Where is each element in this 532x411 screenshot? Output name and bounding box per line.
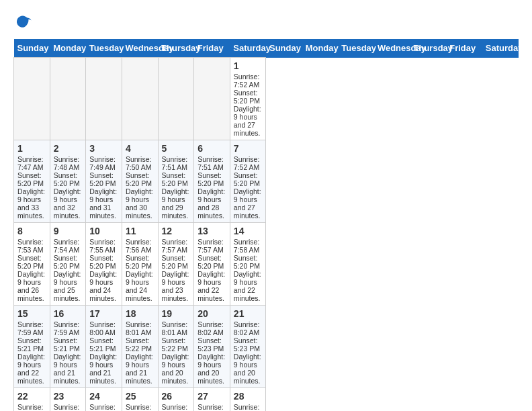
daylight-hours: Daylight: 9 hours and 21 minutes. bbox=[89, 353, 117, 385]
daylight-hours: Daylight: 9 hours and 28 minutes. bbox=[197, 187, 225, 220]
sunrise-time: Sunrise: 7:52 AM bbox=[234, 155, 260, 171]
sunrise-time: Sunrise: 8:04 AM bbox=[126, 403, 152, 411]
day-number: 21 bbox=[234, 308, 263, 319]
sunrise-time: Sunrise: 7:54 AM bbox=[54, 238, 80, 254]
day-number: 17 bbox=[89, 308, 118, 319]
daylight-hours: Daylight: 9 hours and 24 minutes. bbox=[89, 270, 117, 302]
sunset-time: Sunset: 5:20 PM bbox=[234, 254, 260, 270]
sunset-time: Sunset: 5:21 PM bbox=[54, 336, 80, 353]
calendar-cell: 18 Sunrise: 8:01 AM Sunset: 5:22 PM Dayl… bbox=[122, 306, 158, 388]
calendar-week-row: 1 Sunrise: 7:47 AM Sunset: 5:20 PM Dayli… bbox=[14, 140, 519, 223]
day-number: 15 bbox=[17, 308, 46, 319]
calendar-week-row: 22 Sunrise: 8:03 AM Sunset: 5:23 PM Dayl… bbox=[14, 388, 519, 412]
sunset-time: Sunset: 5:20 PM bbox=[234, 89, 260, 105]
sunrise-time: Sunrise: 7:49 AM bbox=[89, 155, 116, 171]
sunrise-time: Sunrise: 8:05 AM bbox=[234, 403, 260, 411]
calendar-cell bbox=[194, 58, 230, 140]
sunset-time: Sunset: 5:23 PM bbox=[234, 336, 260, 353]
daylight-hours: Daylight: 9 hours and 27 minutes. bbox=[234, 105, 261, 137]
sunset-time: Sunset: 5:20 PM bbox=[162, 171, 188, 187]
daylight-hours: Daylight: 9 hours and 30 minutes. bbox=[126, 187, 153, 220]
col-header-tuesday: Tuesday bbox=[86, 39, 122, 58]
day-number: 24 bbox=[89, 391, 118, 402]
day-number: 1 bbox=[234, 60, 263, 71]
sunrise-time: Sunrise: 7:58 AM bbox=[234, 238, 260, 254]
day-number: 7 bbox=[234, 143, 263, 154]
daylight-hours: Daylight: 9 hours and 32 minutes. bbox=[54, 187, 81, 220]
calendar-cell: 23 Sunrise: 8:03 AM Sunset: 5:24 PM Dayl… bbox=[50, 388, 86, 412]
sunrise-time: Sunrise: 7:52 AM bbox=[234, 73, 260, 89]
day-number: 26 bbox=[162, 391, 191, 402]
day-number: 27 bbox=[197, 391, 226, 402]
calendar-cell: 8 Sunrise: 7:53 AM Sunset: 5:20 PM Dayli… bbox=[14, 223, 50, 306]
sunrise-time: Sunrise: 8:00 AM bbox=[89, 320, 116, 336]
page-header bbox=[13, 13, 519, 32]
day-number: 6 bbox=[197, 143, 226, 154]
day-number: 2 bbox=[54, 143, 83, 154]
sunset-time: Sunset: 5:20 PM bbox=[54, 171, 80, 187]
col-header-tuesday: Tuesday bbox=[338, 39, 374, 58]
day-number: 28 bbox=[234, 391, 263, 402]
col-header-wednesday: Wednesday bbox=[374, 39, 410, 58]
calendar-cell: 15 Sunrise: 7:59 AM Sunset: 5:21 PM Dayl… bbox=[14, 306, 50, 388]
sunset-time: Sunset: 5:21 PM bbox=[17, 336, 44, 353]
sunrise-time: Sunrise: 8:04 AM bbox=[162, 403, 188, 411]
calendar-cell: 19 Sunrise: 8:01 AM Sunset: 5:22 PM Dayl… bbox=[158, 306, 194, 388]
sunrise-time: Sunrise: 8:03 AM bbox=[17, 403, 44, 411]
calendar-cell: 24 Sunrise: 8:04 AM Sunset: 5:25 PM Dayl… bbox=[86, 388, 122, 412]
day-number: 25 bbox=[126, 391, 154, 402]
calendar-cell: 9 Sunrise: 7:54 AM Sunset: 5:20 PM Dayli… bbox=[50, 223, 86, 306]
day-number: 10 bbox=[89, 226, 118, 236]
calendar-cell: 1 Sunrise: 7:52 AM Sunset: 5:20 PM Dayli… bbox=[230, 58, 266, 140]
calendar-week-row: 8 Sunrise: 7:53 AM Sunset: 5:20 PM Dayli… bbox=[14, 223, 519, 306]
calendar-cell: 5 Sunrise: 7:51 AM Sunset: 5:20 PM Dayli… bbox=[158, 140, 194, 223]
daylight-hours: Daylight: 9 hours and 27 minutes. bbox=[234, 187, 261, 220]
day-number: 5 bbox=[162, 143, 191, 154]
calendar-cell: 1 Sunrise: 7:47 AM Sunset: 5:20 PM Dayli… bbox=[14, 140, 50, 223]
day-number: 1 bbox=[17, 143, 46, 154]
sunset-time: Sunset: 5:21 PM bbox=[89, 336, 116, 353]
calendar-week-row: 1 Sunrise: 7:52 AM Sunset: 5:20 PM Dayli… bbox=[14, 58, 519, 140]
daylight-hours: Daylight: 9 hours and 31 minutes. bbox=[89, 187, 117, 220]
sunset-time: Sunset: 5:22 PM bbox=[162, 336, 188, 353]
calendar-cell bbox=[86, 58, 122, 140]
col-header-saturday: Saturday bbox=[482, 39, 519, 58]
daylight-hours: Daylight: 9 hours and 25 minutes. bbox=[54, 270, 81, 302]
daylight-hours: Daylight: 9 hours and 26 minutes. bbox=[17, 270, 45, 302]
calendar-cell: 20 Sunrise: 8:02 AM Sunset: 5:23 PM Dayl… bbox=[194, 306, 230, 388]
col-header-thursday: Thursday bbox=[158, 39, 194, 58]
calendar-cell bbox=[158, 58, 194, 140]
sunset-time: Sunset: 5:20 PM bbox=[17, 171, 44, 187]
col-header-saturday: Saturday bbox=[230, 39, 266, 58]
sunrise-time: Sunrise: 8:01 AM bbox=[126, 320, 152, 336]
daylight-hours: Daylight: 9 hours and 29 minutes. bbox=[162, 187, 189, 220]
day-number: 12 bbox=[162, 226, 191, 236]
calendar-cell: 28 Sunrise: 8:05 AM Sunset: 5:27 PM Dayl… bbox=[230, 388, 266, 412]
sunrise-time: Sunrise: 8:01 AM bbox=[162, 320, 188, 336]
sunset-time: Sunset: 5:20 PM bbox=[197, 254, 224, 270]
sunrise-time: Sunrise: 8:03 AM bbox=[54, 403, 80, 411]
sunrise-time: Sunrise: 7:51 AM bbox=[197, 155, 224, 171]
calendar-cell bbox=[14, 58, 50, 140]
sunset-time: Sunset: 5:23 PM bbox=[197, 336, 224, 353]
sunrise-time: Sunrise: 7:59 AM bbox=[54, 320, 80, 336]
calendar-cell: 12 Sunrise: 7:57 AM Sunset: 5:20 PM Dayl… bbox=[158, 223, 194, 306]
calendar-cell: 22 Sunrise: 8:03 AM Sunset: 5:23 PM Dayl… bbox=[14, 388, 50, 412]
calendar-table: SundayMondayTuesdayWednesdayThursdayFrid… bbox=[13, 39, 519, 411]
sunset-time: Sunset: 5:20 PM bbox=[234, 171, 260, 187]
day-number: 16 bbox=[54, 308, 83, 319]
sunrise-time: Sunrise: 7:59 AM bbox=[17, 320, 44, 336]
calendar-cell: 6 Sunrise: 7:51 AM Sunset: 5:20 PM Dayli… bbox=[194, 140, 230, 223]
sunrise-time: Sunrise: 8:02 AM bbox=[197, 320, 224, 336]
calendar-cell bbox=[122, 58, 158, 140]
day-number: 18 bbox=[126, 308, 154, 319]
sunset-time: Sunset: 5:20 PM bbox=[197, 171, 224, 187]
day-number: 14 bbox=[234, 226, 263, 236]
sunrise-time: Sunrise: 7:56 AM bbox=[126, 238, 152, 254]
sunset-time: Sunset: 5:20 PM bbox=[162, 254, 188, 270]
calendar-cell: 7 Sunrise: 7:52 AM Sunset: 5:20 PM Dayli… bbox=[230, 140, 266, 223]
calendar-header-row: SundayMondayTuesdayWednesdayThursdayFrid… bbox=[14, 39, 519, 58]
sunrise-time: Sunrise: 8:04 AM bbox=[89, 403, 116, 411]
calendar-cell: 14 Sunrise: 7:58 AM Sunset: 5:20 PM Dayl… bbox=[230, 223, 266, 306]
daylight-hours: Daylight: 9 hours and 22 minutes. bbox=[17, 353, 45, 385]
